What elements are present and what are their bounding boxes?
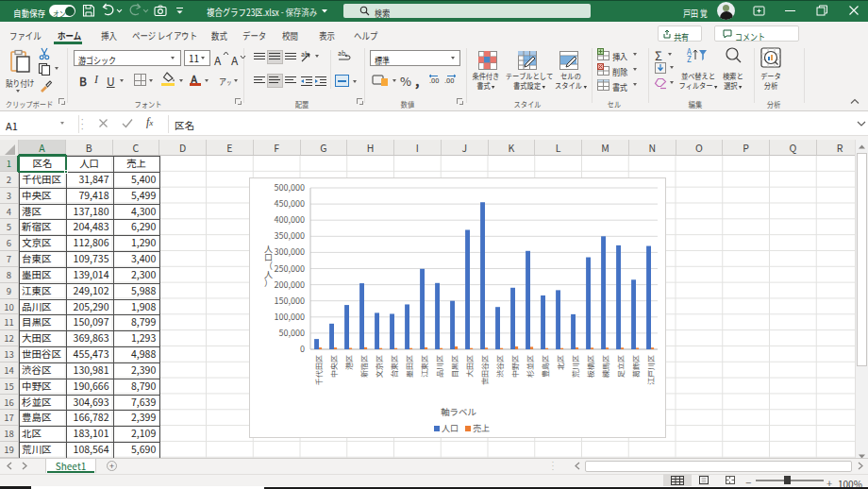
svg-text:板橋区: 板橋区 [585,355,595,378]
svg-text:新宿区: 新宿区 [359,355,369,378]
svg-text:江戸川区: 江戸川区 [645,355,656,385]
svg-text:200,000: 200,000 [275,278,305,291]
svg-text:350,000: 350,000 [275,229,305,242]
svg-text:墨田区: 墨田区 [404,355,414,378]
svg-text:渋谷区: 渋谷区 [494,355,505,378]
svg-text:500,000: 500,000 [275,181,305,194]
svg-text:450,000: 450,000 [275,197,305,210]
svg-text:江東区: 江東区 [419,355,429,378]
svg-text:中野区: 中野区 [509,355,520,378]
svg-text:品川区: 品川区 [434,355,444,378]
svg-text:250,000: 250,000 [275,262,305,275]
svg-text:台東区: 台東区 [389,355,399,378]
svg-text:千代田区: 千代田区 [313,355,324,385]
svg-text:葛飾区: 葛飾区 [630,355,641,378]
svg-text:世田谷区: 世田谷区 [479,355,490,385]
svg-text:150,000: 150,000 [275,295,305,307]
svg-text:北区: 北区 [555,355,565,370]
svg-text:400,000: 400,000 [275,213,305,226]
svg-text:港区: 港区 [343,355,354,370]
svg-text:文京区: 文京区 [374,355,384,378]
svg-text:中央区: 中央区 [328,355,339,378]
svg-text:杉並区: 杉並区 [525,355,535,378]
svg-text:300,000: 300,000 [275,245,305,258]
svg-text:目黒区: 目黒区 [449,355,459,378]
svg-text:100,000: 100,000 [275,311,305,323]
svg-text:荒川区: 荒川区 [570,355,580,378]
svg-text:足立区: 足立区 [615,355,626,378]
svg-text:0: 0 [300,343,305,355]
svg-text:ab: ab [338,49,345,58]
svg-text:大田区: 大田区 [464,355,475,378]
svg-text:豊島区: 豊島区 [540,355,550,378]
svg-text:Z: Z [687,54,692,63]
svg-text:練馬区: 練馬区 [600,355,610,378]
svg-text:50,000: 50,000 [279,327,305,339]
svg-text:ab: ab [301,50,309,59]
